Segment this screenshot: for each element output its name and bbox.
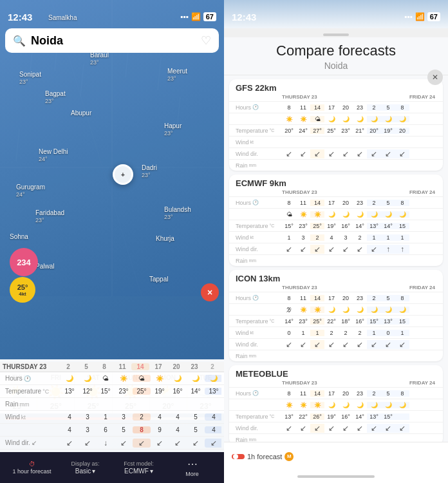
meteoblue-winddir-row: Wind dir. ↙ ↙ ↙ ↙ ↙ ↙ ↙ ↙ ↙ — [229, 422, 443, 433]
gfs-h0: 8 — [282, 104, 296, 111]
bottom-toolbar: ⏱ 1 hour forecast Display as: Basic ▾ Fc… — [0, 452, 224, 483]
forecast-scroll[interactable]: GFS 22km THURSDAY 23 FRIDAY 24 Hours 🕐 8… — [224, 75, 448, 442]
temperature-row: Temperature °C 13° 12° 15° 23° 25° 19° 1… — [0, 385, 224, 398]
search-icon: 🔍 — [13, 35, 26, 47]
pull-indicator-area — [224, 28, 448, 37]
fc-icon-8: 🌙 — [205, 375, 221, 382]
more-icon: ⋯ — [187, 458, 198, 470]
compare-header: Compare forecasts Noida ✕ — [224, 37, 448, 75]
wd-1: ↙ — [79, 439, 97, 448]
wifi-icon-right: 📶 — [415, 12, 425, 21]
wv-1: 3 — [79, 413, 97, 421]
gi-1: ☀️ — [296, 116, 310, 122]
tv-1: 12° — [79, 388, 97, 395]
gi-4: 🌙 — [339, 116, 353, 122]
city-tappal: Tappal — [149, 276, 168, 283]
wind-unit: kt — [21, 414, 26, 421]
favorite-icon[interactable]: ♡ — [201, 33, 211, 48]
pull-indicator — [323, 33, 349, 36]
gfs-temp-label: Temperature °C — [236, 128, 282, 134]
signal-icon-right: ▪▪▪ — [404, 12, 413, 21]
display-value: Basic — [75, 468, 91, 475]
close-map-button[interactable]: × — [201, 283, 219, 301]
wg-2: 6 — [97, 426, 115, 433]
city-bagpat: Bagpat23° — [45, 90, 66, 104]
forecast-toggle[interactable]: 1h forecast M — [232, 452, 294, 461]
forecast-hours-row: Hours 🕐 🌙 🌙 🌤 ☀️ 🌤 ☀️ 🌙 🌙 🌙 — [0, 372, 224, 385]
wind-dir-row: Wind dir. ↙ ↙ ↙ ↓ ↙ ↙ ↙ ↙ ↙ ↙ — [0, 437, 224, 450]
tv-6: 16° — [169, 388, 187, 395]
fc-icon-1: 🌙 — [79, 375, 97, 382]
wind-label: Wind kt — [3, 413, 61, 421]
time-left: 12:43 — [8, 12, 32, 23]
toolbar-display[interactable]: Display as: Basic ▾ — [59, 460, 112, 475]
model-gfs: GFS 22km THURSDAY 23 FRIDAY 24 Hours 🕐 8… — [229, 79, 443, 171]
right-panel: 12:43 ▪▪▪ 📶 67 Compare forecasts Noida ✕… — [224, 0, 448, 483]
fc-icon-3: ☀️ — [115, 375, 133, 382]
toolbar-more[interactable]: ⋯ More — [165, 458, 219, 477]
wd-6: ↙ — [169, 439, 187, 448]
wg-0: 4 — [61, 426, 79, 433]
1h-forecast-label: 1h forecast — [247, 453, 282, 460]
temp-text: Temperature — [5, 388, 41, 395]
temp-label: Temperature °C — [3, 388, 61, 395]
gfs-hours-row: Hours 🕐 8 11 14 17 20 23 2 5 8 — [229, 101, 443, 113]
left-panel: 12:43 ▪▪▪ 📶 67 🔍 Noida ♡ Sonipat23° Bagp… — [0, 0, 224, 483]
wv-3: 3 — [115, 413, 133, 421]
model-chevron-icon: ▾ — [150, 468, 153, 475]
gt-1: 24° — [296, 128, 310, 134]
gi-5: 🌙 — [353, 116, 367, 122]
fc-icon-6: 🌙 — [169, 375, 187, 382]
gfs-winddir-row: Wind dir. ↙ ↙ ↙ ↙ ↙ ↙ ↙ ↙ ↙ — [229, 147, 443, 159]
signal-icon: ▪▪▪ — [180, 12, 189, 21]
gi-2: 🌤 — [310, 116, 324, 122]
temp-values: 13° 12° 15° 23° 25° 19° 16° 14° 13° — [61, 388, 221, 395]
gfs-h8: 8 — [395, 104, 409, 111]
hours-label: Hours 🕐 — [3, 375, 61, 382]
wg-7: 5 — [187, 426, 205, 433]
meteoblue-day1: THURSDAY 23 — [282, 380, 369, 386]
display-dropdown[interactable]: Basic ▾ — [75, 468, 95, 475]
city-sohna: Sohna — [10, 233, 28, 240]
close-button[interactable]: ✕ — [427, 70, 443, 85]
model-dropdown[interactable]: ECMWF ▾ — [124, 468, 153, 475]
ecmwf-rain-row: Rain mm — [229, 254, 443, 266]
gfs-icons-row: ☀️ ☀️ 🌤 🌙 🌙 🌙 🌙 🌙 🌙 — [229, 113, 443, 124]
gfs-h1: 11 — [296, 104, 310, 111]
city-palwal: Palwal — [35, 263, 54, 270]
icon-rain-row: Rain mm — [229, 350, 443, 361]
wg-3: 5 — [115, 426, 133, 433]
meteoblue-icons-row: ☀️ ☀️ ☀️ 🌙 🌙 🌙 🌙 🌙 🌙 — [229, 399, 443, 410]
gfs-h5: 23 — [353, 104, 367, 111]
forecast-date-left: THURSDAY 23 — [3, 363, 59, 370]
wv-8: 4 — [205, 413, 221, 421]
model-icon: ICON 13km THURSDAY 23 FRIDAY 24 Hours 🕐 … — [229, 270, 443, 361]
compare-title: Compare forecasts — [224, 43, 448, 59]
wd-4: ↙ — [133, 439, 151, 448]
aqi-marker[interactable]: 234 — [10, 248, 38, 276]
battery-left: 67 — [203, 12, 216, 21]
wifi-icon: 📶 — [191, 12, 201, 21]
gt-6: 20° — [367, 128, 381, 134]
more-label: More — [185, 471, 199, 477]
wg-8: 4 — [205, 426, 221, 433]
wd-3: ↙ — [115, 439, 133, 448]
rain-label: Rain mm — [3, 401, 61, 408]
toolbar-model[interactable]: Fcst model: ECMWF ▾ — [112, 460, 165, 475]
hours-values: 🌙 🌙 🌤 ☀️ 🌤 ☀️ 🌙 🌙 🌙 — [61, 375, 221, 382]
icon-icons-row: 🌫 ☀️ ☀️ 🌙 🌙 🌙 🌙 🌙 🌙 — [229, 303, 443, 315]
fc-h-23: 23 — [185, 363, 203, 370]
city-abupur: Abupur — [71, 109, 91, 117]
fc-icon-2: 🌤 — [97, 375, 115, 382]
search-bar[interactable]: 🔍 Noida ♡ — [5, 28, 219, 53]
weather-temp-marker[interactable]: 25° 4kt — [10, 277, 35, 303]
ecmwf-day1: THURSDAY 23 — [282, 189, 369, 195]
weather-dist: 4kt — [19, 291, 26, 297]
fc-h-2b: 2 — [203, 363, 221, 370]
toolbar-forecast[interactable]: ⏱ 1 hour forecast — [5, 460, 59, 475]
search-value: Noida — [31, 34, 196, 48]
home-indicator-right — [224, 470, 448, 483]
chevron-down-icon: ▾ — [92, 468, 95, 475]
forecast-label: 1 hour forecast — [12, 468, 51, 475]
fc-h-5: 5 — [77, 363, 95, 370]
